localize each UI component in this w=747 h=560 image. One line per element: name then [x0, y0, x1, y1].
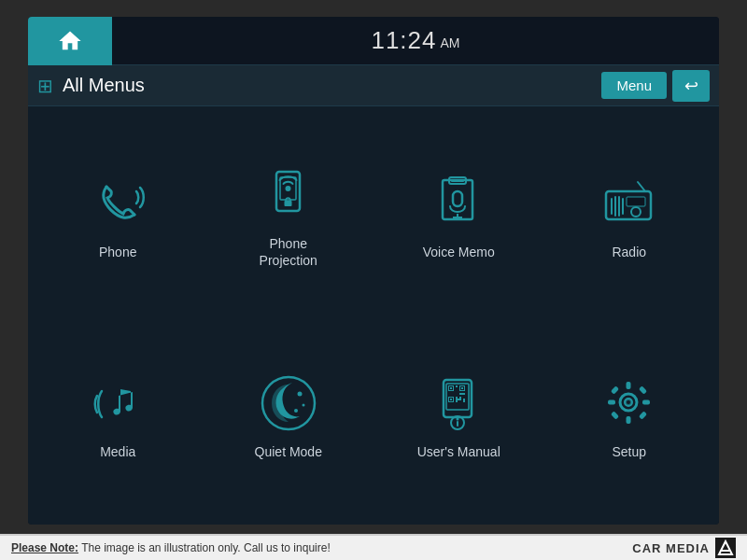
menu-button[interactable]: Menu — [601, 72, 667, 99]
svg-rect-44 — [627, 382, 631, 389]
svg-rect-7 — [453, 191, 462, 206]
clock-time: 11:24 — [371, 26, 436, 55]
svg-rect-50 — [611, 412, 619, 420]
svg-rect-49 — [639, 386, 647, 395]
svg-point-16 — [631, 207, 641, 217]
phone-icon — [88, 173, 148, 233]
clock-area: 11:24 AM — [112, 26, 719, 55]
svg-rect-41 — [457, 421, 458, 427]
svg-rect-3 — [285, 201, 292, 206]
svg-rect-47 — [642, 400, 650, 405]
voice-memo-label: Voice Memo — [423, 244, 495, 260]
grid-icon: ⊞ — [37, 75, 53, 97]
svg-rect-6 — [451, 179, 464, 182]
bottom-note-bold: Please Note: — [11, 541, 78, 554]
radio-icon-container — [597, 171, 662, 236]
users-manual-icon-container — [426, 371, 491, 436]
phone-projection-icon — [258, 164, 318, 225]
media-label: Media — [100, 443, 135, 460]
svg-rect-45 — [627, 416, 631, 424]
svg-rect-26 — [450, 387, 452, 389]
menu-item-radio[interactable]: Radio — [544, 116, 715, 315]
back-arrow-icon: ↩ — [684, 76, 698, 96]
bottom-note-text: The image is an illustration only. Call … — [78, 541, 331, 554]
svg-rect-38 — [458, 399, 461, 400]
quiet-mode-label: Quiet Mode — [255, 443, 322, 460]
back-button[interactable]: ↩ — [672, 70, 710, 102]
svg-rect-29 — [461, 387, 463, 389]
media-icon — [88, 372, 148, 433]
menu-item-voice-memo[interactable]: Voice Memo — [374, 116, 544, 315]
svg-line-17 — [638, 182, 645, 191]
setup-icon — [599, 372, 659, 433]
quiet-mode-icon — [257, 371, 320, 435]
brand-name: CAR MEDIA — [632, 541, 710, 555]
phone-label: Phone — [99, 244, 136, 260]
svg-rect-32 — [450, 399, 452, 400]
svg-rect-33 — [456, 385, 458, 387]
svg-rect-36 — [459, 397, 461, 399]
svg-point-21 — [294, 409, 298, 413]
setup-icon-container — [597, 371, 662, 436]
phone-projection-icon-container — [256, 162, 321, 228]
phone-projection-label: PhoneProjection — [260, 235, 317, 269]
svg-point-40 — [456, 418, 458, 421]
voice-memo-icon-container — [426, 171, 491, 236]
svg-marker-54 — [719, 541, 732, 554]
svg-rect-35 — [456, 397, 458, 402]
svg-rect-4 — [443, 180, 472, 219]
phone-icon-container — [85, 171, 150, 236]
users-manual-icon — [429, 372, 489, 433]
svg-point-20 — [302, 403, 304, 406]
quiet-mode-icon-container — [256, 371, 321, 436]
menu-grid: Phone — [28, 106, 719, 525]
bottom-brand: CAR MEDIA — [632, 538, 736, 558]
svg-point-2 — [287, 187, 290, 190]
home-button[interactable] — [28, 17, 112, 65]
svg-rect-37 — [463, 399, 465, 402]
svg-rect-15 — [627, 197, 645, 206]
svg-point-53 — [627, 400, 630, 404]
svg-rect-46 — [608, 400, 615, 405]
bezel: 11:24 AM ⊞ All Menus Menu ↩ — [0, 0, 747, 534]
svg-rect-34 — [459, 393, 465, 395]
svg-rect-51 — [639, 412, 647, 420]
menu-item-phone-projection[interactable]: PhoneProjection — [204, 116, 374, 315]
setup-label: Setup — [612, 443, 646, 460]
users-manual-label: User's Manual — [417, 443, 500, 460]
radio-icon — [599, 173, 659, 233]
header: 11:24 AM — [28, 17, 719, 65]
home-icon — [57, 28, 83, 54]
menu-item-media[interactable]: Media — [33, 315, 204, 515]
bottom-note: Please Note: The image is an illustratio… — [11, 541, 632, 554]
menu-item-setup[interactable]: Setup — [544, 315, 715, 515]
menu-item-quiet-mode[interactable]: Quiet Mode — [204, 315, 374, 515]
voice-memo-icon — [429, 173, 489, 233]
menu-item-phone[interactable]: Phone — [33, 116, 204, 315]
all-menus-label: All Menus — [63, 75, 601, 96]
bottom-bar: Please Note: The image is an illustratio… — [0, 534, 747, 560]
media-icon-container — [85, 371, 150, 436]
svg-rect-48 — [611, 386, 619, 395]
clock-ampm: AM — [441, 32, 460, 50]
brand-logo — [715, 538, 736, 558]
svg-point-19 — [297, 391, 302, 396]
screen: 11:24 AM ⊞ All Menus Menu ↩ — [28, 17, 719, 525]
radio-label: Radio — [612, 244, 646, 260]
sub-header: ⊞ All Menus Menu ↩ — [28, 65, 719, 106]
menu-item-users-manual[interactable]: User's Manual — [374, 315, 544, 515]
